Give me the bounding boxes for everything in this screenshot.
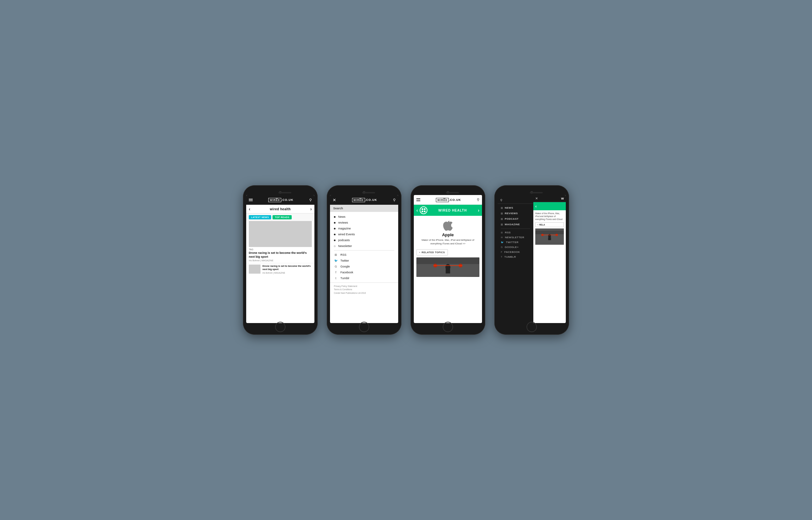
footer-copyright: Conde Nast Publications Ltd 2016 — [334, 291, 394, 295]
svg-point-9 — [548, 234, 551, 238]
article-row-1: Drone racing is set to become the world'… — [246, 263, 314, 275]
apple-section: Apple Maker of the iPhone, Mac, iPod and… — [414, 216, 482, 247]
dark-social-tumblr[interactable]: t TUMBLR — [498, 255, 533, 259]
tab-latest-news[interactable]: LATEST NEWS — [249, 215, 271, 219]
related-back-icon: ‹ — [419, 251, 420, 254]
menu-item-newsletter[interactable]: Newsletter — [330, 243, 398, 249]
article-thumb-1 — [249, 264, 260, 274]
phone-2-screen: ✕ WIRED.CO.UK ⚲ Search News reviews — [330, 195, 398, 323]
article-image-placeholder-1 — [249, 221, 312, 247]
search-icon-1[interactable]: ⚲ — [309, 198, 312, 202]
phone4-content-panel: ✕ W ‹ Maker of the iPhone, Mac, iPod and… — [533, 195, 566, 323]
search-icon-2[interactable]: ⚲ — [393, 198, 396, 202]
phone4-content-text: Maker of the iPhone, Mac, iPod and birth… — [533, 210, 566, 222]
dark-menu-reviews[interactable]: REVIEWS — [498, 211, 533, 216]
back-arrow-1[interactable]: ‹ — [249, 206, 250, 212]
close-icon-4[interactable]: ✕ — [535, 197, 538, 200]
phone-3: WIRED.CO.UK ⚲ ‹ — [411, 185, 485, 335]
dark-social-google[interactable]: G GOOGLE+ — [498, 245, 533, 250]
dark-menu-podcast[interactable]: PODCAST — [498, 216, 533, 222]
phones-container: WIRED.CO.UK ⚲ ‹ wired health › LATEST NE… — [230, 172, 582, 348]
wired-logo-3: WIRED.CO.UK — [436, 198, 461, 202]
close-icon-2[interactable]: ✕ — [333, 198, 336, 203]
tumblr-icon: t — [334, 276, 338, 280]
teal-back-arrow-4[interactable]: ‹ — [535, 204, 537, 209]
phone3-header: WIRED.CO.UK ⚲ — [414, 195, 482, 205]
hamburger-icon-3[interactable] — [416, 198, 420, 201]
apple-logo-svg — [443, 219, 453, 231]
article-row-title-1[interactable]: Drone racing is set to become the world'… — [262, 264, 312, 271]
article-row-byline-1: iris Bohnet | MAGAZINE — [262, 272, 312, 274]
phone-speaker-2 — [362, 192, 375, 193]
dark-social-twitter[interactable]: 🐦 TWITTER — [498, 240, 533, 245]
phone-home-1[interactable] — [275, 322, 285, 332]
phone1-subnav: ‹ wired health › — [246, 205, 314, 213]
search-icon-4[interactable]: ⚲ — [500, 199, 502, 202]
phone-1: WIRED.CO.UK ⚲ ‹ wired health › LATEST NE… — [243, 185, 318, 335]
dark-rss-icon: ⊞ — [501, 231, 503, 234]
social-twitter[interactable]: 🐦 Twitter — [330, 258, 398, 264]
menu-item-reviews[interactable]: reviews — [330, 220, 398, 226]
tab-top-reads[interactable]: TOP READS — [273, 215, 292, 219]
facebook-icon: f — [334, 270, 338, 274]
phone4-search-area: ⚲ — [498, 197, 533, 204]
article-tag-1: TAG — [246, 248, 314, 251]
dark-divider-1 — [501, 229, 530, 229]
article-title-1[interactable]: Drone racing is set to become the world'… — [246, 251, 314, 259]
search-bar-2[interactable]: Search — [330, 205, 398, 212]
nav-title-1: wired health — [270, 207, 291, 211]
phone4-related-btn[interactable]: ‹ RELA — [535, 222, 564, 227]
social-tumblr[interactable]: t Tumblr — [330, 275, 398, 281]
wired-logo-2: WIRED.CO.UK — [352, 198, 377, 202]
forward-arrow-1[interactable]: › — [310, 206, 312, 212]
phone1-tabs: LATEST NEWS TOP READS — [246, 213, 314, 221]
twitter-icon: 🐦 — [334, 259, 338, 263]
search-icon-3[interactable]: ⚲ — [477, 198, 479, 202]
phone-1-screen: WIRED.CO.UK ⚲ ‹ wired health › LATEST NE… — [246, 195, 314, 323]
dark-menu-news[interactable]: NEWS — [498, 205, 533, 211]
dark-social-facebook[interactable]: f FACEBOOK — [498, 250, 533, 255]
footer-privacy[interactable]: Privacy Policy Statement — [334, 285, 394, 288]
phone-4-screen: ⚲ NEWS REVIEWS PODCAST MAGAZINE — [498, 195, 566, 323]
phone4-article-text: Maker of the iPhone, Mac, iPod and birth… — [535, 212, 564, 221]
social-facebook[interactable]: f Facebook — [330, 269, 398, 275]
menu-divider-1 — [334, 250, 394, 251]
phone-home-3[interactable] — [443, 322, 453, 332]
topic-dots-icon-3 — [420, 206, 427, 214]
related-topics-btn[interactable]: ‹ RELATED TOPICS — [416, 249, 448, 256]
phone3-teal-nav: ‹ WIRED HEALTH › — [414, 205, 482, 216]
article-byline-1: Iris Bohnet | MAGAZINE — [246, 259, 314, 263]
phone-home-2[interactable] — [359, 322, 369, 332]
dark-tumblr-icon: t — [501, 256, 502, 258]
phone-3-screen: WIRED.CO.UK ⚲ ‹ — [414, 195, 482, 323]
menu-item-magazine[interactable]: magazine — [330, 226, 398, 231]
phone4-drone-image — [535, 229, 564, 245]
menu-item-podcasts[interactable]: podcasts — [330, 237, 398, 243]
phone-speaker-1 — [278, 192, 291, 193]
drone-image-3 — [416, 257, 479, 277]
rss-icon: ⊞ — [334, 253, 338, 257]
dark-social-rss[interactable]: ⊞ RSS — [498, 230, 533, 235]
phone-2: ✕ WIRED.CO.UK ⚲ Search News reviews — [327, 185, 401, 335]
social-google[interactable]: G Google — [330, 264, 398, 269]
dark-menu-magazine[interactable]: MAGAZINE — [498, 222, 533, 227]
phone-home-4[interactable] — [527, 322, 537, 332]
teal-forward-arrow-3[interactable]: › — [478, 208, 479, 213]
footer-terms[interactable]: Terms & Conditions — [334, 288, 394, 291]
google-icon: G — [334, 264, 338, 268]
dark-facebook-icon: f — [501, 251, 502, 253]
social-rss[interactable]: ⊞ RSS — [330, 252, 398, 258]
hamburger-icon[interactable] — [249, 199, 253, 202]
menu-item-wired-events[interactable]: wired Events — [330, 231, 398, 237]
menu-item-news[interactable]: News — [330, 214, 398, 220]
dark-newsletter-icon: ✉ — [501, 236, 503, 239]
phone2-header: ✕ WIRED.CO.UK ⚲ — [330, 195, 398, 205]
menu-footer: Privacy Policy Statement Terms & Conditi… — [330, 282, 398, 297]
dark-social-newsletter[interactable]: ✉ NEWSLETTER — [498, 235, 533, 240]
teal-nav-title-3: WIRED HEALTH — [439, 209, 467, 212]
article-row-text-1: Drone racing is set to become the world'… — [262, 264, 312, 274]
phone-speaker-3 — [446, 192, 459, 193]
phone4-dark-sidebar: ⚲ NEWS REVIEWS PODCAST MAGAZINE — [498, 195, 533, 323]
wired-logo-partial-4: W — [561, 197, 564, 200]
teal-back-arrow-3[interactable]: ‹ — [416, 208, 418, 213]
